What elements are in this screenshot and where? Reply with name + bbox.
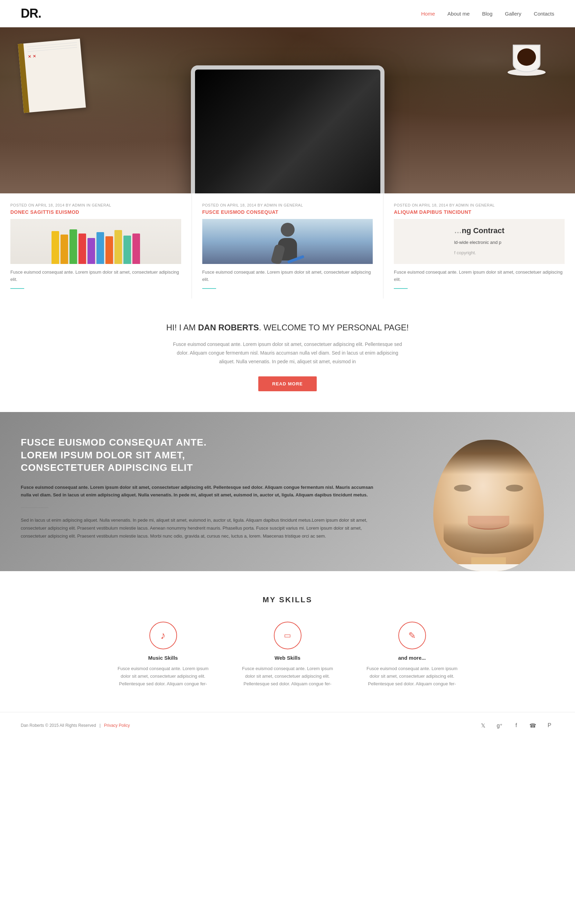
skill-item-music: ♪ Music Skills Fusce euismod consequat a… [115, 622, 211, 688]
intro-text: Fusce euismod consequat ante. Lorem ipsu… [170, 340, 405, 366]
skype-icon[interactable]: ☎ [528, 720, 538, 730]
hero-section: ✕ ✕ [0, 27, 575, 193]
skill-item-more: ✎ and more... Fusce euismod consequat an… [364, 622, 461, 688]
blog-title-2[interactable]: FUSCE EUISMOD CONSEQUAT [202, 209, 373, 215]
footer-social: 𝕏 g⁺ f ☎ P [478, 720, 554, 730]
blog-text-1: Fusce euismod consequat ante. Lorem ipsu… [10, 269, 181, 283]
blog-text-2: Fusce euismod consequat ante. Lorem ipsu… [202, 269, 373, 283]
blog-card-3: POSTED ON APRIL 18, 2014 BY ADMIN IN GEN… [383, 193, 575, 299]
blog-card-1: POSTED ON APRIL 18, 2014 BY ADMIN IN GEN… [0, 193, 192, 299]
web-icon: ▭ [284, 631, 291, 640]
pinterest-icon[interactable]: P [545, 720, 554, 730]
blog-image-1 [10, 219, 181, 264]
nav-links: Home About me Blog Gallery Contacts [421, 11, 554, 17]
profile-section: FUSCE EUISMOD CONSEQUAT ANTE.LOREM IPSUM… [0, 412, 575, 571]
more-icon-circle: ✎ [398, 622, 426, 649]
blog-meta-3: POSTED ON APRIL 18, 2014 BY ADMIN IN GEN… [394, 203, 565, 207]
blog-image-2 [202, 219, 373, 264]
privacy-link[interactable]: Privacy Policy [104, 723, 130, 728]
google-plus-icon[interactable]: g⁺ [495, 720, 505, 730]
profile-left: FUSCE EUISMOD CONSEQUAT ANTE.LOREM IPSUM… [0, 412, 402, 571]
blog-title-1[interactable]: DONEC SAGITTIS EUISMOD [10, 209, 181, 215]
nav-gallery[interactable]: Gallery [505, 11, 521, 17]
hero-desk-bg: ✕ ✕ [0, 27, 575, 193]
navbar: DR. Home About me Blog Gallery Contacts [0, 0, 575, 27]
intro-title: HI! I AM DAN ROBERTS. WELCOME TO MY PERS… [69, 323, 506, 332]
skill-desc-more: Fusce euismod consequat ante. Lorem ipsu… [364, 665, 461, 688]
edit-icon: ✎ [408, 630, 416, 641]
profile-divider [21, 507, 48, 508]
skill-name-more: and more... [398, 655, 426, 661]
blog-divider-2 [202, 288, 216, 289]
blog-meta-2: POSTED ON APRIL 18, 2014 BY ADMIN IN GEN… [202, 203, 373, 207]
nav-about[interactable]: About me [448, 11, 470, 17]
footer: Dan Roberts © 2015 All Rights Reserved |… [0, 712, 575, 739]
skill-desc-music: Fusce euismod consequat ante. Lorem ipsu… [115, 665, 211, 688]
music-icon: ♪ [160, 630, 166, 641]
blog-divider-3 [394, 288, 408, 289]
hero-book: ✕ ✕ [18, 39, 86, 113]
skill-item-web: ▭ Web Skills Fusce euismod consequat ant… [239, 622, 336, 688]
facebook-icon[interactable]: f [511, 720, 521, 730]
web-icon-circle: ▭ [274, 622, 302, 649]
profile-photo [402, 412, 575, 571]
nav-contacts[interactable]: Contacts [534, 11, 554, 17]
footer-copy: Dan Roberts © 2015 All Rights Reserved |… [21, 723, 130, 728]
skill-desc-web: Fusce euismod consequat ante. Lorem ipsu… [239, 665, 336, 688]
blog-text-3: Fusce euismod consequat ante. Lorem ipsu… [394, 269, 565, 283]
contract-text: …ng Contract ld-wide electronic and pf c… [454, 226, 504, 258]
coffee-cup [513, 45, 540, 72]
blog-divider-1 [10, 288, 24, 289]
intro-section: HI! I AM DAN ROBERTS. WELCOME TO MY PERS… [0, 299, 575, 412]
hero-coffee [506, 34, 547, 76]
blog-section: POSTED ON APRIL 18, 2014 BY ADMIN IN GEN… [0, 193, 575, 299]
nav-blog[interactable]: Blog [482, 11, 492, 17]
music-icon-circle: ♪ [149, 622, 177, 649]
skill-name-music: Music Skills [148, 655, 178, 661]
skills-grid: ♪ Music Skills Fusce euismod consequat a… [28, 622, 547, 688]
profile-desc: Sed in lacus ut enim adipiscing aliquet.… [21, 516, 381, 540]
read-more-button[interactable]: READ MORE [258, 376, 316, 391]
tablet-screen [195, 70, 380, 193]
coffee-liquid [517, 48, 536, 66]
profile-bold-text: Fusce euismod consequat ante. Lorem ipsu… [21, 483, 381, 499]
hero-tablet [191, 65, 384, 193]
blog-image-3: …ng Contract ld-wide electronic and pf c… [394, 219, 565, 264]
profile-tagline: FUSCE EUISMOD CONSEQUAT ANTE.LOREM IPSUM… [21, 436, 381, 474]
twitter-icon[interactable]: 𝕏 [478, 720, 488, 730]
site-logo: DR. [21, 6, 41, 21]
skills-section: MY SKILLS ♪ Music Skills Fusce euismod c… [0, 571, 575, 712]
skill-name-web: Web Skills [275, 655, 300, 661]
nav-home[interactable]: Home [421, 11, 435, 17]
blog-meta-1: POSTED ON APRIL 18, 2014 BY ADMIN IN GEN… [10, 203, 181, 207]
blog-card-2: POSTED ON APRIL 18, 2014 BY ADMIN IN GEN… [192, 193, 384, 299]
blog-title-3[interactable]: ALIQUAM DAPIBUS TINCIDUNT [394, 209, 565, 215]
skills-title: MY SKILLS [28, 595, 547, 604]
